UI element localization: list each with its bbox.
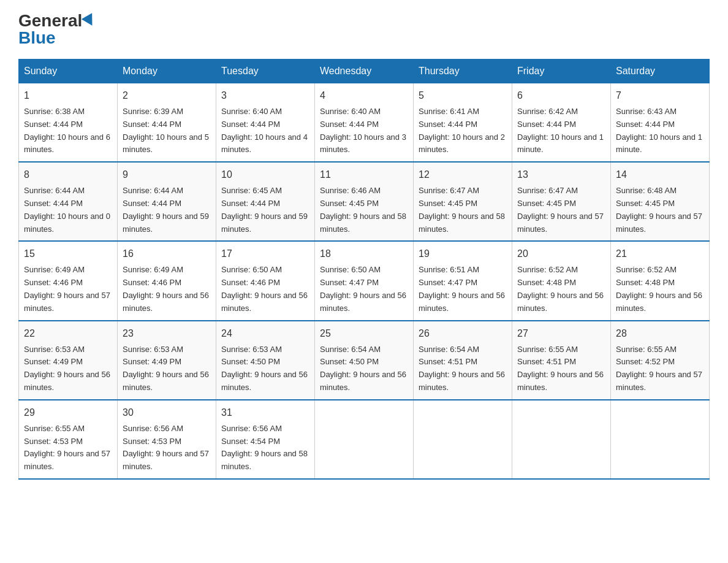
calendar-cell: 10Sunrise: 6:45 AMSunset: 4:44 PMDayligh… (216, 162, 315, 241)
header-cell-saturday: Saturday (611, 59, 710, 83)
calendar-cell: 28Sunrise: 6:55 AMSunset: 4:52 PMDayligh… (611, 321, 710, 400)
logo-triangle-icon (82, 13, 97, 29)
calendar-cell: 12Sunrise: 6:47 AMSunset: 4:45 PMDayligh… (414, 162, 512, 241)
day-number: 20 (517, 247, 605, 261)
day-number: 25 (320, 326, 408, 341)
day-info: Sunrise: 6:55 AMSunset: 4:51 PMDaylight:… (517, 343, 605, 394)
calendar-cell: 15Sunrise: 6:49 AMSunset: 4:46 PMDayligh… (19, 241, 118, 320)
calendar-cell: 30Sunrise: 6:56 AMSunset: 4:53 PMDayligh… (118, 400, 216, 479)
calendar-cell: 11Sunrise: 6:46 AMSunset: 4:45 PMDayligh… (315, 162, 414, 241)
logo-blue-text: Blue (18, 29, 56, 47)
week-row-5: 29Sunrise: 6:55 AMSunset: 4:53 PMDayligh… (19, 400, 710, 479)
calendar-cell (315, 400, 414, 479)
day-info: Sunrise: 6:55 AMSunset: 4:52 PMDaylight:… (616, 343, 704, 394)
day-info: Sunrise: 6:53 AMSunset: 4:49 PMDaylight:… (24, 343, 112, 394)
calendar-cell: 19Sunrise: 6:51 AMSunset: 4:47 PMDayligh… (414, 241, 512, 320)
day-info: Sunrise: 6:56 AMSunset: 4:54 PMDaylight:… (221, 423, 309, 473)
week-row-1: 1Sunrise: 6:38 AMSunset: 4:44 PMDaylight… (19, 83, 710, 163)
calendar-cell: 24Sunrise: 6:53 AMSunset: 4:50 PMDayligh… (216, 321, 315, 400)
day-number: 4 (320, 88, 408, 103)
calendar-cell: 29Sunrise: 6:55 AMSunset: 4:53 PMDayligh… (19, 400, 118, 479)
day-info: Sunrise: 6:55 AMSunset: 4:53 PMDaylight:… (24, 423, 112, 473)
day-number: 8 (24, 167, 112, 182)
calendar-cell: 18Sunrise: 6:50 AMSunset: 4:47 PMDayligh… (315, 241, 414, 320)
day-info: Sunrise: 6:38 AMSunset: 4:44 PMDaylight:… (24, 105, 112, 156)
calendar-cell: 2Sunrise: 6:39 AMSunset: 4:44 PMDaylight… (118, 83, 216, 163)
calendar-cell: 9Sunrise: 6:44 AMSunset: 4:44 PMDaylight… (118, 162, 216, 241)
header-cell-friday: Friday (512, 59, 611, 83)
day-number: 6 (517, 88, 605, 103)
calendar-cell (611, 400, 710, 479)
header-cell-wednesday: Wednesday (315, 59, 414, 83)
day-info: Sunrise: 6:40 AMSunset: 4:44 PMDaylight:… (221, 105, 309, 156)
calendar-cell: 27Sunrise: 6:55 AMSunset: 4:51 PMDayligh… (512, 321, 611, 400)
day-number: 10 (221, 167, 309, 182)
calendar-table: SundayMondayTuesdayWednesdayThursdayFrid… (18, 59, 710, 480)
calendar-cell: 1Sunrise: 6:38 AMSunset: 4:44 PMDaylight… (19, 83, 118, 163)
calendar-cell: 7Sunrise: 6:43 AMSunset: 4:44 PMDaylight… (611, 83, 710, 163)
day-info: Sunrise: 6:54 AMSunset: 4:51 PMDaylight:… (419, 343, 507, 394)
day-number: 12 (419, 167, 507, 182)
day-number: 7 (616, 88, 704, 103)
calendar-cell: 13Sunrise: 6:47 AMSunset: 4:45 PMDayligh… (512, 162, 611, 241)
day-info: Sunrise: 6:42 AMSunset: 4:44 PMDaylight:… (517, 105, 605, 156)
day-number: 26 (419, 326, 507, 341)
day-info: Sunrise: 6:48 AMSunset: 4:45 PMDaylight:… (616, 185, 704, 236)
day-info: Sunrise: 6:46 AMSunset: 4:45 PMDaylight:… (320, 185, 408, 236)
day-number: 13 (517, 167, 605, 182)
day-info: Sunrise: 6:45 AMSunset: 4:44 PMDaylight:… (221, 185, 309, 236)
calendar-cell (512, 400, 611, 479)
calendar-body: 1Sunrise: 6:38 AMSunset: 4:44 PMDaylight… (19, 83, 710, 479)
day-info: Sunrise: 6:49 AMSunset: 4:46 PMDaylight:… (123, 264, 211, 315)
day-info: Sunrise: 6:53 AMSunset: 4:50 PMDaylight:… (221, 343, 309, 394)
calendar-cell: 5Sunrise: 6:41 AMSunset: 4:44 PMDaylight… (414, 83, 512, 163)
header-row: SundayMondayTuesdayWednesdayThursdayFrid… (19, 59, 710, 83)
week-row-4: 22Sunrise: 6:53 AMSunset: 4:49 PMDayligh… (19, 321, 710, 400)
day-info: Sunrise: 6:44 AMSunset: 4:44 PMDaylight:… (24, 185, 112, 236)
page-header: General Blue (18, 12, 710, 47)
day-info: Sunrise: 6:41 AMSunset: 4:44 PMDaylight:… (419, 105, 507, 156)
week-row-3: 15Sunrise: 6:49 AMSunset: 4:46 PMDayligh… (19, 241, 710, 320)
day-number: 1 (24, 88, 112, 103)
day-info: Sunrise: 6:49 AMSunset: 4:46 PMDaylight:… (24, 264, 112, 315)
week-row-2: 8Sunrise: 6:44 AMSunset: 4:44 PMDaylight… (19, 162, 710, 241)
day-info: Sunrise: 6:43 AMSunset: 4:44 PMDaylight:… (616, 105, 704, 156)
calendar-cell: 6Sunrise: 6:42 AMSunset: 4:44 PMDaylight… (512, 83, 611, 163)
calendar-cell: 4Sunrise: 6:40 AMSunset: 4:44 PMDaylight… (315, 83, 414, 163)
day-info: Sunrise: 6:50 AMSunset: 4:46 PMDaylight:… (221, 264, 309, 315)
day-info: Sunrise: 6:52 AMSunset: 4:48 PMDaylight:… (517, 264, 605, 315)
day-info: Sunrise: 6:52 AMSunset: 4:48 PMDaylight:… (616, 264, 704, 315)
day-number: 22 (24, 326, 112, 341)
header-cell-monday: Monday (118, 59, 216, 83)
calendar-cell: 21Sunrise: 6:52 AMSunset: 4:48 PMDayligh… (611, 241, 710, 320)
calendar-cell: 25Sunrise: 6:54 AMSunset: 4:50 PMDayligh… (315, 321, 414, 400)
day-number: 31 (221, 405, 309, 420)
header-cell-thursday: Thursday (414, 59, 512, 83)
day-number: 17 (221, 247, 309, 261)
day-info: Sunrise: 6:56 AMSunset: 4:53 PMDaylight:… (123, 423, 211, 473)
day-number: 14 (616, 167, 704, 182)
day-number: 9 (123, 167, 211, 182)
day-number: 18 (320, 247, 408, 261)
day-number: 24 (221, 326, 309, 341)
calendar-cell: 26Sunrise: 6:54 AMSunset: 4:51 PMDayligh… (414, 321, 512, 400)
day-info: Sunrise: 6:44 AMSunset: 4:44 PMDaylight:… (123, 185, 211, 236)
calendar-cell: 16Sunrise: 6:49 AMSunset: 4:46 PMDayligh… (118, 241, 216, 320)
calendar-cell: 17Sunrise: 6:50 AMSunset: 4:46 PMDayligh… (216, 241, 315, 320)
day-info: Sunrise: 6:54 AMSunset: 4:50 PMDaylight:… (320, 343, 408, 394)
logo: General Blue (18, 12, 96, 47)
day-number: 21 (616, 247, 704, 261)
day-number: 5 (419, 88, 507, 103)
calendar-cell: 23Sunrise: 6:53 AMSunset: 4:49 PMDayligh… (118, 321, 216, 400)
day-number: 29 (24, 405, 112, 420)
day-info: Sunrise: 6:47 AMSunset: 4:45 PMDaylight:… (517, 185, 605, 236)
day-info: Sunrise: 6:50 AMSunset: 4:47 PMDaylight:… (320, 264, 408, 315)
calendar-cell: 22Sunrise: 6:53 AMSunset: 4:49 PMDayligh… (19, 321, 118, 400)
day-number: 15 (24, 247, 112, 261)
calendar-cell: 8Sunrise: 6:44 AMSunset: 4:44 PMDaylight… (19, 162, 118, 241)
logo-general-text: General (18, 12, 82, 29)
calendar-cell: 20Sunrise: 6:52 AMSunset: 4:48 PMDayligh… (512, 241, 611, 320)
header-cell-sunday: Sunday (19, 59, 118, 83)
day-number: 23 (123, 326, 211, 341)
calendar-cell: 3Sunrise: 6:40 AMSunset: 4:44 PMDaylight… (216, 83, 315, 163)
